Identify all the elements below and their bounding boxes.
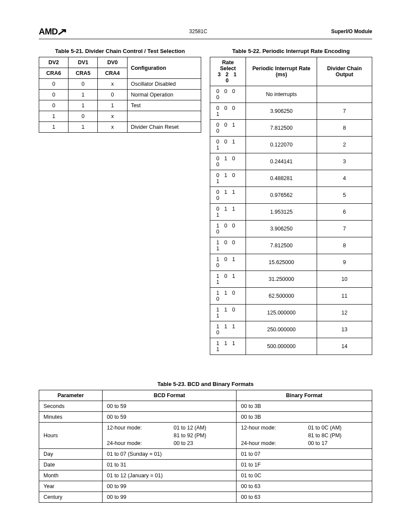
- table-cell: 9: [317, 254, 372, 271]
- table-row: Day01 to 07 (Sunday = 01)01 to 07: [39, 449, 372, 460]
- table-cell: 01 to 0C: [237, 470, 372, 481]
- table-cell: 00 to 59: [103, 401, 237, 412]
- table-cell: 10: [317, 271, 372, 288]
- table-cell: 8: [317, 237, 372, 254]
- th-dv2: DV2: [39, 57, 68, 68]
- table-cell: 1: [68, 90, 98, 100]
- cell-text: [241, 432, 302, 439]
- table-cell: 12: [317, 305, 372, 321]
- two-column-layout: Table 5-21. Divider Chain Control / Test…: [39, 48, 372, 355]
- table-cell: 0 1 0 1: [210, 170, 246, 187]
- table-cell: 0 1 1 1: [210, 204, 246, 221]
- table-cell: 1 1 0 0: [210, 288, 246, 305]
- table-row: 1 1 0 1125.00000012: [210, 305, 372, 321]
- table-row: 1 0 1 015.6250009: [210, 254, 372, 271]
- table-row: 011Test: [39, 100, 201, 111]
- table-cell: 250.000000: [246, 321, 317, 338]
- table-row: Date01 to 3101 to 1F: [39, 460, 372, 470]
- th-rate-select-bits: 3 2 1 0: [214, 72, 242, 84]
- table-row: 0 1 0 10.4882814: [210, 170, 372, 187]
- table-cell: 4: [317, 170, 372, 187]
- cell-text: 00 to 23: [174, 440, 232, 446]
- table-cell: 0.122070: [246, 137, 317, 153]
- table-cell: 1 0 0 1: [210, 237, 246, 254]
- th-cra5: CRA5: [68, 68, 98, 79]
- table-cell: x: [98, 122, 127, 133]
- table-cell: 2: [317, 137, 372, 153]
- table-cell: 1: [39, 111, 68, 122]
- table-cell: 01 to 31: [103, 460, 237, 470]
- table-cell: 0: [68, 79, 98, 90]
- table-cell: 1 1 1 0: [210, 321, 246, 338]
- table-cell: 1: [98, 100, 127, 111]
- table-cell: 12-hour mode:01 to 12 (AM)81 to 92 (PM)2…: [103, 423, 237, 449]
- table-cell: 0.244141: [246, 153, 317, 170]
- table-cell: 8: [317, 120, 372, 137]
- cell-text: 81 to 92 (PM): [174, 432, 232, 439]
- cell-text: 24-hour mode:: [241, 440, 302, 446]
- table-cell: Hours: [39, 423, 103, 449]
- table-row: Minutes00 to 5900 to 3B: [39, 412, 372, 423]
- table-cell: 12-hour mode:01 to 0C (AM)81 to 8C (PM)2…: [237, 423, 372, 449]
- table-cell: [127, 111, 201, 122]
- th-rate-select: Rate Select 3 2 1 0: [210, 57, 246, 86]
- table-cell: 0: [39, 79, 68, 90]
- table-row: 1 1 0 062.50000011: [210, 288, 372, 305]
- table-cell: 0 0 1 0: [210, 120, 246, 137]
- table-cell: 0.488281: [246, 170, 317, 187]
- table-cell: 01 to 07: [237, 449, 372, 460]
- table-cell: 00 to 63: [237, 481, 372, 492]
- table-cell: x: [98, 111, 127, 122]
- table-row: 010Normal Operation: [39, 90, 201, 100]
- table-cell: 0 1 0 0: [210, 153, 246, 170]
- table-cell: 1: [68, 100, 98, 111]
- table-row: 00xOscillator Disabled: [39, 79, 201, 90]
- table-cell: 7: [317, 103, 372, 120]
- table-cell: Test: [127, 100, 201, 111]
- table-row: 11xDivider Chain Reset: [39, 122, 201, 133]
- table-cell: Seconds: [39, 401, 103, 412]
- table-cell: Year: [39, 481, 103, 492]
- module-name: SuperI/O Module: [331, 28, 372, 34]
- table-row: Century00 to 9900 to 63: [39, 492, 372, 503]
- table-cell: 13: [317, 321, 372, 338]
- table-row: 0 1 1 00.9765625: [210, 187, 372, 204]
- table-cell: Minutes: [39, 412, 103, 423]
- table-cell: Oscillator Disabled: [127, 79, 201, 90]
- table-cell: 01 to 12 (January = 01): [103, 470, 237, 481]
- table-cell: 7.812500: [246, 237, 317, 254]
- table-row: 1 1 1 1500.00000014: [210, 338, 372, 355]
- cell-text: 12-hour mode:: [241, 425, 302, 431]
- table-row: Seconds00 to 5900 to 3B: [39, 401, 372, 412]
- table-cell: 0: [98, 90, 127, 100]
- table-521-caption: Table 5-21. Divider Chain Control / Test…: [39, 48, 201, 54]
- th-config: Configuration: [127, 57, 201, 79]
- table-cell: 62.500000: [246, 288, 317, 305]
- table-cell: 00 to 99: [103, 481, 237, 492]
- th-periodic: Periodic Interrupt Rate (ms): [246, 57, 317, 86]
- arrow-icon: ↗: [56, 26, 67, 37]
- table-cell: 1 0 0 0: [210, 221, 246, 237]
- table-522: Rate Select 3 2 1 0 Periodic Interrupt R…: [210, 57, 372, 355]
- cell-text: [107, 432, 168, 439]
- table-cell: 0 0 1 1: [210, 137, 246, 153]
- table-cell: Date: [39, 460, 103, 470]
- table-cell: 0.976562: [246, 187, 317, 204]
- table-cell: 3.906250: [246, 221, 317, 237]
- page-header: AMD↗ 32581C SuperI/O Module: [39, 26, 372, 39]
- cell-text: 01 to 0C (AM): [308, 425, 367, 431]
- table-row: 10x: [39, 111, 201, 122]
- table-cell: [317, 86, 372, 103]
- table-row: 0 0 0 13.9062507: [210, 103, 372, 120]
- table-cell: 1 0 1 1: [210, 271, 246, 288]
- table-cell: 0: [39, 100, 68, 111]
- table-row: 0 0 0 0No interrupts: [210, 86, 372, 103]
- table-row: 1 1 1 0250.00000013: [210, 321, 372, 338]
- table-cell: 0 1 1 0: [210, 187, 246, 204]
- table-523: Parameter BCD Format Binary Format Secon…: [39, 390, 372, 503]
- table-row: Month01 to 12 (January = 01)01 to 0C: [39, 470, 372, 481]
- table-cell: 31.250000: [246, 271, 317, 288]
- table-cell: x: [98, 79, 127, 90]
- table-cell: No interrupts: [246, 86, 317, 103]
- cell-text: 01 to 12 (AM): [174, 425, 232, 431]
